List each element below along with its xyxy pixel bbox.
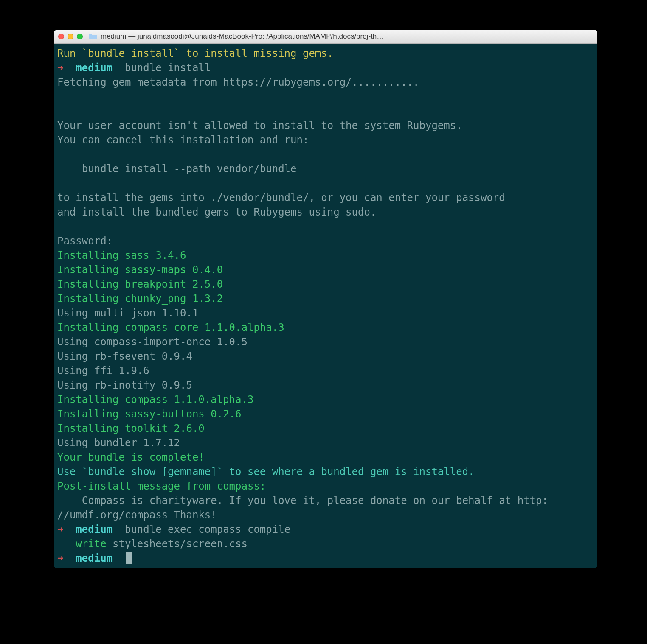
terminal-text: bundle exec compass compile xyxy=(113,524,290,535)
terminal-text: Installing sassy-maps 0.4.0 xyxy=(57,264,223,276)
terminal-text: ➜ xyxy=(57,524,76,535)
terminal-text: medium xyxy=(76,552,113,564)
terminal-text: medium xyxy=(76,524,113,535)
terminal-text: Using rb-fsevent 0.9.4 xyxy=(57,350,192,362)
terminal-text: //umdf.org/compass Thanks! xyxy=(57,509,217,521)
terminal-text: Using rb-inotify 0.9.5 xyxy=(57,379,192,391)
terminal-text xyxy=(57,91,63,103)
terminal-text: You can cancel this installation and run… xyxy=(57,134,309,146)
terminal-line xyxy=(57,104,594,118)
terminal-line: ➜ medium xyxy=(57,551,594,566)
terminal-text: medium xyxy=(76,62,113,74)
terminal-text: to install the gems into ./vendor/bundle… xyxy=(57,192,505,204)
terminal-output[interactable]: Run `bundle install` to install missing … xyxy=(54,44,597,568)
terminal-line: Installing sassy-maps 0.4.0 xyxy=(57,263,594,277)
terminal-text: Installing chunky_png 1.3.2 xyxy=(57,293,223,305)
terminal-line: and install the bundled gems to Rubygems… xyxy=(57,205,594,219)
terminal-text: Compass is charityware. If you love it, … xyxy=(57,495,548,507)
titlebar: medium — junaidmasoodi@Junaids-MacBook-P… xyxy=(54,30,597,44)
terminal-text: Installing breakpoint 2.5.0 xyxy=(57,278,223,290)
terminal-text: Using multi_json 1.10.1 xyxy=(57,307,198,319)
terminal-line: //umdf.org/compass Thanks! xyxy=(57,508,594,522)
terminal-line: Using rb-fsevent 0.9.4 xyxy=(57,349,594,364)
terminal-window: medium — junaidmasoodi@Junaids-MacBook-P… xyxy=(54,30,597,568)
cursor-icon xyxy=(126,552,132,564)
terminal-line: write stylesheets/screen.css xyxy=(57,537,594,551)
terminal-text: Installing compass 1.1.0.alpha.3 xyxy=(57,394,253,406)
terminal-line: Using bundler 1.7.12 xyxy=(57,436,594,450)
terminal-line: Using ffi 1.9.6 xyxy=(57,364,594,378)
terminal-line: Using multi_json 1.10.1 xyxy=(57,306,594,320)
terminal-line: Fetching gem metadata from https://rubyg… xyxy=(57,75,594,90)
terminal-text xyxy=(57,221,63,232)
terminal-text: write xyxy=(57,538,107,550)
terminal-text: and install the bundled gems to Rubygems… xyxy=(57,206,376,218)
terminal-line: Installing sassy-buttons 0.2.6 xyxy=(57,407,594,421)
terminal-text xyxy=(57,105,63,117)
terminal-line: Using compass-import-once 1.0.5 xyxy=(57,335,594,349)
terminal-text: Run `bundle install` to install missing … xyxy=(57,48,333,59)
terminal-text: Your user account isn't allowed to insta… xyxy=(57,120,462,132)
terminal-text: bundle install --path vendor/bundle xyxy=(57,163,297,175)
terminal-text xyxy=(57,177,63,189)
terminal-line: Your user account isn't allowed to insta… xyxy=(57,118,594,133)
terminal-line xyxy=(57,90,594,104)
terminal-text: Installing sassy-buttons 0.2.6 xyxy=(57,408,241,420)
terminal-line xyxy=(57,219,594,234)
window-title: medium — junaidmasoodi@Junaids-MacBook-P… xyxy=(101,32,593,41)
terminal-line: ➜ medium bundle install xyxy=(57,61,594,75)
terminal-line: Run `bundle install` to install missing … xyxy=(57,46,594,61)
terminal-line: Use `bundle show [gemname]` to see where… xyxy=(57,465,594,479)
terminal-line: Using rb-inotify 0.9.5 xyxy=(57,378,594,392)
terminal-line: Installing compass 1.1.0.alpha.3 xyxy=(57,392,594,407)
terminal-line: to install the gems into ./vendor/bundle… xyxy=(57,190,594,205)
terminal-line: Compass is charityware. If you love it, … xyxy=(57,493,594,508)
terminal-text: bundle install xyxy=(113,62,211,74)
terminal-text: Installing compass-core 1.1.0.alpha.3 xyxy=(57,322,284,333)
terminal-line: Installing sass 3.4.6 xyxy=(57,248,594,263)
terminal-text: Fetching gem metadata from https://rubyg… xyxy=(57,76,419,88)
minimize-icon[interactable] xyxy=(68,34,73,39)
terminal-text: Using ffi 1.9.6 xyxy=(57,365,149,377)
zoom-icon[interactable] xyxy=(77,34,83,39)
terminal-line: Installing toolkit 2.6.0 xyxy=(57,421,594,436)
terminal-text: stylesheets/screen.css xyxy=(107,538,248,550)
terminal-text: Password: xyxy=(57,235,113,247)
terminal-line: Installing chunky_png 1.3.2 xyxy=(57,291,594,306)
folder-icon xyxy=(89,34,97,39)
terminal-text: Using compass-import-once 1.0.5 xyxy=(57,336,248,348)
terminal-text: Using bundler 1.7.12 xyxy=(57,437,180,449)
terminal-line: Password: xyxy=(57,234,594,248)
terminal-text: Installing toolkit 2.6.0 xyxy=(57,423,205,434)
terminal-line: Installing breakpoint 2.5.0 xyxy=(57,277,594,291)
terminal-text: ➜ xyxy=(57,62,76,74)
terminal-text: Your bundle is complete! xyxy=(57,451,205,463)
terminal-line: You can cancel this installation and run… xyxy=(57,133,594,147)
terminal-line: Installing compass-core 1.1.0.alpha.3 xyxy=(57,320,594,335)
terminal-text: Post-install message from compass: xyxy=(57,480,266,492)
close-icon[interactable] xyxy=(58,34,64,39)
terminal-line: ➜ medium bundle exec compass compile xyxy=(57,522,594,537)
terminal-line xyxy=(57,176,594,190)
terminal-text xyxy=(113,552,125,564)
terminal-line: Post-install message from compass: xyxy=(57,479,594,493)
terminal-text: ➜ xyxy=(57,552,76,564)
terminal-line: bundle install --path vendor/bundle xyxy=(57,162,594,176)
terminal-line: Your bundle is complete! xyxy=(57,450,594,465)
terminal-text: Use `bundle show [gemname]` to see where… xyxy=(57,466,475,478)
terminal-text: Installing sass 3.4.6 xyxy=(57,249,186,261)
terminal-line xyxy=(57,147,594,162)
terminal-text xyxy=(57,148,63,160)
